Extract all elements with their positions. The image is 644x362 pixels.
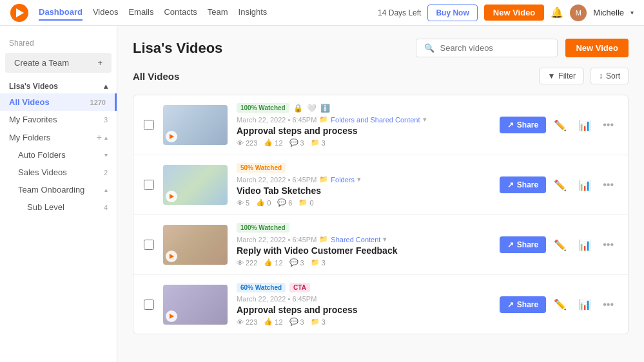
sidebar-item-all-videos[interactable]: All Videos 1270 [0, 93, 117, 111]
my-folders-text: My Folders [9, 133, 50, 142]
create-team-button[interactable]: Create a Team + [5, 53, 112, 73]
video-checkbox-1[interactable] [144, 120, 154, 130]
video-info-4: 60% Watched CTA March 22, 2022 • 6:45PM … [237, 283, 491, 326]
heart-icon[interactable]: 🤍 [307, 104, 317, 113]
auto-folders-chevron-icon[interactable]: ▾ [104, 151, 108, 158]
video-actions-2: ↗ Share ✏️ 📊 ••• [500, 176, 618, 194]
page-title: Lisa's Videos [133, 40, 222, 57]
play-button-1[interactable] [166, 131, 177, 142]
sidebar-item-auto-folders[interactable]: Auto Folders ▾ [0, 146, 117, 164]
sales-videos-count: 2 [104, 169, 108, 176]
share-button-2[interactable]: ↗ Share [500, 176, 546, 193]
video-meta-3: March 22, 2022 • 6:45PM 📁 Shared Content… [237, 235, 491, 243]
likes-stat-4: 👍 12 [264, 318, 282, 326]
analytics-button-3[interactable]: 📊 [574, 236, 595, 254]
more-button-4[interactable]: ••• [599, 296, 618, 313]
add-folder-icon[interactable]: + [97, 132, 102, 142]
sidebar-item-my-folders[interactable]: My Folders + ▴ [0, 128, 117, 146]
video-thumbnail-4[interactable] [163, 285, 228, 325]
filter-label: Filter [558, 71, 576, 81]
share-button-3[interactable]: ↗ Share [500, 236, 546, 253]
video-title-1[interactable]: Approval steps and process [237, 126, 491, 136]
video-checkbox-2[interactable] [144, 180, 154, 190]
new-video-main-button[interactable]: New Video [565, 39, 629, 57]
all-videos-count: 1270 [90, 99, 106, 106]
sidebar-item-sales-videos[interactable]: Sales Videos 2 [0, 164, 117, 181]
edit-button-2[interactable]: ✏️ [550, 176, 571, 194]
sidebar-item-team-onboarding[interactable]: Team Onboarding ▴ [0, 181, 117, 198]
views-stat-2: 👁 5 [237, 199, 249, 207]
user-menu-chevron-icon[interactable]: ▾ [630, 9, 634, 16]
likes-stat-1: 👍 12 [264, 138, 282, 147]
more-button-2[interactable]: ••• [599, 176, 618, 193]
header-actions: 🔍 New Video [416, 39, 629, 57]
avatar: M [570, 5, 587, 21]
video-checkbox-4[interactable] [144, 300, 154, 310]
video-badges-4: 60% Watched CTA [237, 283, 491, 292]
video-badges-3: 100% Watched [237, 223, 491, 233]
play-triangle-icon-2 [170, 194, 174, 199]
video-title-2[interactable]: Video Tab Sketches [237, 186, 491, 196]
video-thumbnail-1[interactable] [163, 105, 228, 145]
sidebar-collapse-icon[interactable]: ▴ [104, 82, 108, 91]
sidebar-item-my-favorites[interactable]: My Favorites 3 [0, 111, 117, 128]
more-button-1[interactable]: ••• [599, 117, 618, 133]
video-thumbnail-3[interactable] [163, 225, 228, 265]
folder-chevron-icon-3[interactable]: ▾ [383, 235, 387, 243]
share-label-4: Share [517, 300, 538, 309]
share-label-3: Share [517, 240, 538, 249]
video-title-4[interactable]: Approval steps and process [237, 305, 491, 315]
search-icon: 🔍 [424, 43, 434, 53]
notification-bell-icon[interactable]: 🔔 [551, 6, 563, 19]
user-name[interactable]: Michelle [593, 8, 624, 17]
nav-dashboard[interactable]: Dashboard [39, 5, 83, 21]
nav-emails[interactable]: Emails [128, 5, 153, 21]
video-folder-1[interactable]: Folders and Shared Content [331, 116, 420, 124]
analytics-button-1[interactable]: 📊 [574, 117, 595, 134]
subheader-actions: ▼ Filter ↕ Sort [539, 68, 629, 84]
views-stat-1: 👁 223 [237, 139, 257, 147]
video-folder-3[interactable]: Shared Content [331, 236, 380, 243]
sort-icon: ↕ [599, 71, 603, 81]
video-checkbox-3[interactable] [144, 240, 154, 250]
video-folder-2[interactable]: Folders [331, 176, 355, 184]
sidebar-item-sub-level[interactable]: Sub Level 4 [0, 198, 117, 216]
folders-stat-4: 📁 3 [311, 318, 326, 326]
lock-icon[interactable]: 🔒 [293, 104, 303, 113]
play-button-4[interactable] [166, 310, 177, 322]
share-button-1[interactable]: ↗ Share [500, 117, 546, 133]
play-button-2[interactable] [166, 191, 177, 202]
logo[interactable] [10, 4, 28, 22]
nav-insights[interactable]: Insights [239, 5, 268, 21]
team-onboarding-chevron-icon[interactable]: ▴ [104, 186, 108, 193]
share-button-4[interactable]: ↗ Share [500, 296, 546, 313]
folder-chevron-icon-2[interactable]: ▾ [357, 175, 361, 184]
analytics-button-4[interactable]: 📊 [574, 296, 595, 313]
video-badges-2: 50% Watched [237, 163, 491, 173]
folders-chevron-icon[interactable]: ▴ [104, 134, 108, 141]
analytics-button-2[interactable]: 📊 [574, 176, 595, 194]
filter-button[interactable]: ▼ Filter [539, 68, 584, 84]
new-video-top-button[interactable]: New Video [484, 5, 545, 21]
nav-contacts[interactable]: Contacts [164, 5, 197, 21]
nav-videos[interactable]: Videos [93, 5, 119, 21]
buy-now-button[interactable]: Buy Now [427, 5, 477, 21]
all-videos-section-label: All Videos [133, 71, 179, 82]
sort-button[interactable]: ↕ Sort [590, 68, 629, 84]
search-input[interactable] [440, 43, 543, 53]
edit-button-1[interactable]: ✏️ [550, 117, 571, 134]
edit-button-4[interactable]: ✏️ [550, 296, 571, 313]
my-folders-actions: + ▴ [97, 132, 108, 142]
play-button-3[interactable] [166, 251, 177, 262]
video-thumbnail-2[interactable] [163, 165, 228, 205]
main-content: Lisa's Videos 🔍 New Video All Videos ▼ F… [117, 26, 644, 362]
video-meta-4: March 22, 2022 • 6:45PM [237, 295, 491, 303]
more-button-3[interactable]: ••• [599, 236, 618, 253]
video-badges-1: 100% Watched 🔒 🤍 ℹ️ [237, 103, 491, 113]
folder-chevron-icon[interactable]: ▾ [423, 115, 427, 124]
nav-team[interactable]: Team [208, 5, 228, 21]
days-left-label: 14 Days Left [378, 8, 421, 17]
video-title-3[interactable]: Reply with Video Customer Feedback [237, 245, 491, 256]
edit-button-3[interactable]: ✏️ [550, 236, 571, 254]
info-icon[interactable]: ℹ️ [320, 104, 330, 113]
